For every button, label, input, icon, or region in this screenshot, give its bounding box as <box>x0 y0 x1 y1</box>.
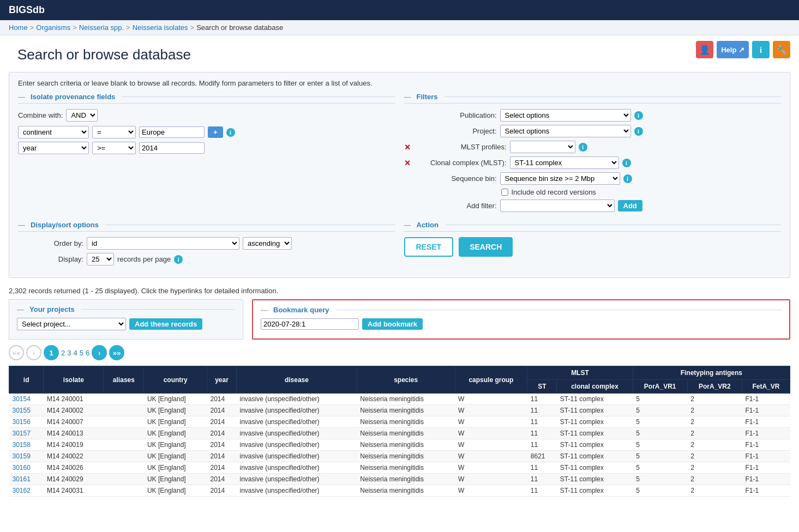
operator-select-1[interactable]: =!=>=<= <box>92 126 136 138</box>
breadcrumb-current: Search or browse database <box>196 23 283 32</box>
table-row: 30161 M14 240029 UK [England] 2014 invas… <box>9 474 790 485</box>
cell-pora-vr1: 5 <box>633 485 687 497</box>
project-info-icon[interactable]: i <box>634 127 643 136</box>
id-link[interactable]: 30157 <box>13 430 31 437</box>
sep1: > <box>30 23 34 32</box>
cell-year: 2014 <box>207 428 236 439</box>
add-criteria-btn[interactable]: + <box>208 126 223 138</box>
order-select[interactable]: idisolatecountryyear <box>87 237 239 250</box>
cell-country: UK [England] <box>144 474 207 485</box>
cell-pora-vr2: 2 <box>687 462 742 474</box>
next-page-btn[interactable]: › <box>92 345 107 360</box>
cell-id: 30159 <box>9 451 44 462</box>
cell-capsule: W <box>455 405 527 416</box>
cell-pora-vr2: 2 <box>687 485 742 497</box>
cell-capsule: W <box>455 451 527 462</box>
display-sort-legend: Display/sort options <box>18 221 395 232</box>
prev-page-btn[interactable]: ‹ <box>26 345 41 360</box>
id-link[interactable]: 30154 <box>13 395 31 403</box>
cell-feta-vr: F1-1 <box>742 439 790 451</box>
breadcrumb: Home > Organisms > Neisseria spp. > Neis… <box>0 20 799 35</box>
id-link[interactable]: 30162 <box>13 487 31 494</box>
breadcrumb-neisseria-isolates[interactable]: Neisseria isolates <box>133 23 188 32</box>
value-input-1[interactable] <box>139 126 205 138</box>
field-select-2[interactable]: yearcontinentcountry <box>18 142 89 154</box>
cell-year: 2014 <box>207 405 236 416</box>
combine-select[interactable]: AND OR <box>66 109 98 122</box>
page-2-btn[interactable]: 2 <box>61 349 65 357</box>
info-icon-btn[interactable]: i <box>752 41 770 58</box>
value-input-2[interactable] <box>139 142 205 154</box>
page-4-btn[interactable]: 4 <box>73 349 77 357</box>
add-filter-select[interactable] <box>500 200 615 212</box>
mlst-remove-btn[interactable]: ✕ <box>404 143 411 152</box>
id-link[interactable]: 30159 <box>13 452 31 460</box>
search-button[interactable]: SEARCH <box>459 237 513 257</box>
page-1-btn[interactable]: 1 <box>44 345 59 360</box>
help-icon-btn[interactable]: Help ↗ <box>717 41 749 58</box>
records-per-page-label: records per page <box>117 255 171 263</box>
cell-aliases <box>104 474 144 485</box>
page-6-btn[interactable]: 6 <box>86 349 89 357</box>
publication-info-icon[interactable]: i <box>634 111 643 120</box>
id-link[interactable]: 30158 <box>13 441 31 449</box>
add-bookmark-button[interactable]: Add bookmark <box>362 318 423 330</box>
col-header-isolate: isolate <box>44 366 104 394</box>
criteria-row-2: yearcontinentcountry >==!= <box>18 142 395 154</box>
id-link[interactable]: 30160 <box>13 464 31 471</box>
include-old-checkbox[interactable] <box>501 189 508 196</box>
person-icon-btn[interactable]: 👤 <box>696 41 713 58</box>
cell-disease: invasive (unspecified/other) <box>237 474 357 485</box>
sep3: > <box>126 23 130 32</box>
display-info-icon[interactable]: i <box>174 255 183 264</box>
sep4: > <box>190 23 195 32</box>
reset-button[interactable]: RESET <box>404 237 454 257</box>
seqbin-info-icon[interactable]: i <box>623 174 632 183</box>
mlst-info-icon[interactable]: i <box>579 143 587 152</box>
breadcrumb-neisseria-spp[interactable]: Neisseria spp. <box>79 23 124 32</box>
add-filter-btn[interactable]: Add <box>618 200 642 211</box>
publication-select[interactable]: Select options <box>500 109 631 122</box>
cell-feta-vr: F1-1 <box>742 394 790 405</box>
page-5-btn[interactable]: 5 <box>80 349 83 357</box>
last-page-btn[interactable]: »» <box>109 345 124 360</box>
id-link[interactable]: 30156 <box>13 418 31 426</box>
field-select-1[interactable]: continentyearcountry <box>18 126 89 138</box>
criteria-info-icon[interactable]: i <box>226 128 235 137</box>
cell-disease: invasive (unspecified/other) <box>237 462 357 474</box>
clonal-select[interactable]: ST-11 complex ST-1 complex ST-4 complex … <box>510 156 619 169</box>
cell-disease: invasive (unspecified/other) <box>237 405 357 416</box>
operator-select-2[interactable]: >==!= <box>92 142 136 154</box>
id-link[interactable]: 30161 <box>13 475 31 483</box>
wrench-icon-btn[interactable]: 🔧 <box>773 41 790 58</box>
clonal-remove-btn[interactable]: ✕ <box>404 159 411 167</box>
mlst-select[interactable] <box>510 141 575 153</box>
add-records-button[interactable]: Add these records <box>129 318 202 330</box>
clonal-info-icon[interactable]: i <box>622 159 631 167</box>
header-icons: 👤 Help ↗ i 🔧 <box>696 41 790 58</box>
project-select[interactable]: Select options <box>500 125 631 137</box>
cell-species: Neisseria meningitidis <box>357 416 455 428</box>
table-row: 30162 M14 240031 UK [England] 2014 invas… <box>9 485 790 497</box>
breadcrumb-organisms[interactable]: Organisms <box>36 23 70 32</box>
cell-country: UK [England] <box>144 451 207 462</box>
cell-st: 11 <box>527 416 557 428</box>
cell-pora-vr1: 5 <box>633 439 687 451</box>
breadcrumb-home[interactable]: Home <box>9 23 28 32</box>
table-row: 30154 M14 240001 UK [England] 2014 invas… <box>9 394 790 405</box>
filters-section: Filters Publication: Select options i Pr… <box>404 93 782 215</box>
first-page-btn[interactable]: «« <box>9 345 24 360</box>
project-select-dropdown[interactable]: Select project... <box>17 318 126 330</box>
id-link[interactable]: 30155 <box>13 407 31 414</box>
seqbin-select[interactable]: Sequence bin size >= 2 Mbp Sequence bin … <box>500 172 620 185</box>
page-3-btn[interactable]: 3 <box>67 349 71 357</box>
display-count-select[interactable]: 251050100 <box>87 253 114 265</box>
bookmark-input[interactable] <box>261 318 359 330</box>
publication-label: Publication: <box>404 111 497 119</box>
cell-feta-vr: F1-1 <box>742 451 790 462</box>
criteria-row-1: continentyearcountry =!=>=<= + i <box>18 126 395 138</box>
cell-isolate: M14 240019 <box>44 439 104 451</box>
cell-clonal: ST-11 complex <box>557 405 633 416</box>
sort-direction-select[interactable]: ascendingdescending <box>243 237 292 250</box>
app-title-bar: BIGSdb <box>0 0 799 20</box>
